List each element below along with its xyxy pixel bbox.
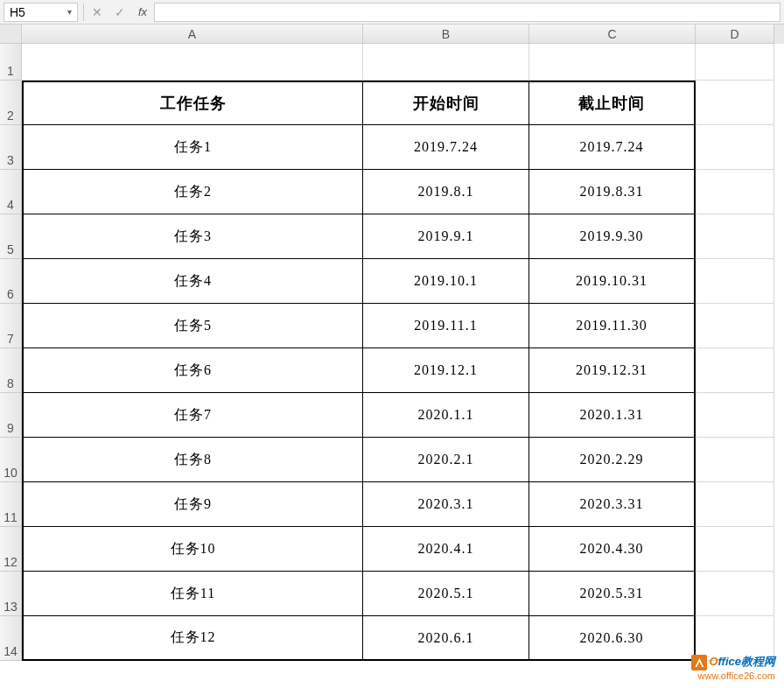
cell-C9[interactable]: 2020.1.31 [529,393,696,438]
formula-bar: H5 ▾ ✕ ✓ fx [0,0,784,25]
cell-B2[interactable]: 开始时间 [363,81,529,125]
cell-B1[interactable] [363,44,529,81]
name-box-dropdown-icon[interactable]: ▾ [67,7,72,17]
cell-D13[interactable] [696,572,774,616]
cell-B10[interactable]: 2020.2.1 [363,438,529,482]
column-header-A[interactable]: A [22,25,363,44]
row-header-12[interactable]: 12 [0,527,22,572]
cell-B14[interactable]: 2020.6.1 [363,616,529,661]
cell-D12[interactable] [696,527,774,572]
cell-C14[interactable]: 2020.6.30 [529,616,696,661]
cell-C11[interactable]: 2020.3.31 [529,482,696,527]
fx-button[interactable]: fx [131,3,154,22]
cell-A4[interactable]: 任务2 [22,170,363,214]
watermark-brand-rest: ffice教程网 [718,655,776,668]
separator [83,4,84,21]
cell-C6[interactable]: 2019.10.31 [529,259,696,304]
cell-C2[interactable]: 截止时间 [529,81,696,125]
cell-C13[interactable]: 2020.5.31 [529,572,696,616]
cell-D4[interactable] [696,170,774,214]
confirm-button[interactable]: ✓ [108,3,131,22]
cell-C10[interactable]: 2020.2.29 [529,438,696,482]
row-header-5[interactable]: 5 [0,214,22,259]
row-header-4[interactable]: 4 [0,170,22,214]
watermark-icon [691,655,707,670]
row-header-2[interactable]: 2 [0,81,22,125]
cell-D10[interactable] [696,438,774,482]
cell-C4[interactable]: 2019.8.31 [529,170,696,214]
watermark-brand-o: O [709,655,718,668]
cell-B9[interactable]: 2020.1.1 [363,393,529,438]
cell-B7[interactable]: 2019.11.1 [363,304,529,348]
row-header-11[interactable]: 11 [0,482,22,527]
row-header-8[interactable]: 8 [0,348,22,393]
cell-A10[interactable]: 任务8 [22,438,363,482]
cell-C12[interactable]: 2020.4.30 [529,527,696,572]
cell-C3[interactable]: 2019.7.24 [529,125,696,170]
formula-input[interactable] [154,3,780,22]
watermark-url: www.office26.com [691,670,775,681]
cell-B3[interactable]: 2019.7.24 [363,125,529,170]
cell-B13[interactable]: 2020.5.1 [363,572,529,616]
cell-A14[interactable]: 任务12 [22,616,363,661]
cell-A8[interactable]: 任务6 [22,348,363,393]
cell-C5[interactable]: 2019.9.30 [529,214,696,259]
cell-D1[interactable] [696,44,774,81]
cell-B8[interactable]: 2019.12.1 [363,348,529,393]
row-header-14[interactable]: 14 [0,616,22,661]
cell-D9[interactable] [696,393,774,438]
row-header-6[interactable]: 6 [0,259,22,304]
row-header-13[interactable]: 13 [0,572,22,616]
cell-A12[interactable]: 任务10 [22,527,363,572]
row-header-7[interactable]: 7 [0,304,22,348]
column-header-B[interactable]: B [363,25,529,44]
cell-D11[interactable] [696,482,774,527]
cell-A3[interactable]: 任务1 [22,125,363,170]
cell-D2[interactable] [696,81,774,125]
cell-C7[interactable]: 2019.11.30 [529,304,696,348]
cell-C1[interactable] [529,44,696,81]
cell-B4[interactable]: 2019.8.1 [363,170,529,214]
cell-A1[interactable] [22,44,363,81]
cell-D7[interactable] [696,304,774,348]
name-box[interactable]: H5 ▾ [4,3,78,22]
cell-A9[interactable]: 任务7 [22,393,363,438]
cell-A11[interactable]: 任务9 [22,482,363,527]
name-box-value: H5 [10,5,67,19]
row-header-1[interactable]: 1 [0,44,22,81]
watermark: Office教程网 www.office26.com [691,654,775,681]
cell-B12[interactable]: 2020.4.1 [363,527,529,572]
cell-A7[interactable]: 任务5 [22,304,363,348]
cell-B5[interactable]: 2019.9.1 [363,214,529,259]
cancel-button[interactable]: ✕ [86,3,108,22]
cell-A6[interactable]: 任务4 [22,259,363,304]
cell-D5[interactable] [696,214,774,259]
select-all-corner[interactable] [0,25,22,44]
cell-D3[interactable] [696,125,774,170]
cell-A5[interactable]: 任务3 [22,214,363,259]
cell-A2[interactable]: 工作任务 [22,81,363,125]
row-header-10[interactable]: 10 [0,438,22,482]
cell-B11[interactable]: 2020.3.1 [363,482,529,527]
row-header-9[interactable]: 9 [0,393,22,438]
column-header-D[interactable]: D [696,25,774,44]
cell-D8[interactable] [696,348,774,393]
cell-C8[interactable]: 2019.12.31 [529,348,696,393]
spreadsheet-grid[interactable]: A B C D 1 2 工作任务 开始时间 截止时间 3 任务1 2019.7.… [0,25,784,661]
cell-B6[interactable]: 2019.10.1 [363,259,529,304]
row-header-3[interactable]: 3 [0,125,22,170]
column-header-row: A B C D [0,25,784,44]
cell-A13[interactable]: 任务11 [22,572,363,616]
column-header-C[interactable]: C [529,25,696,44]
cell-D6[interactable] [696,259,774,304]
